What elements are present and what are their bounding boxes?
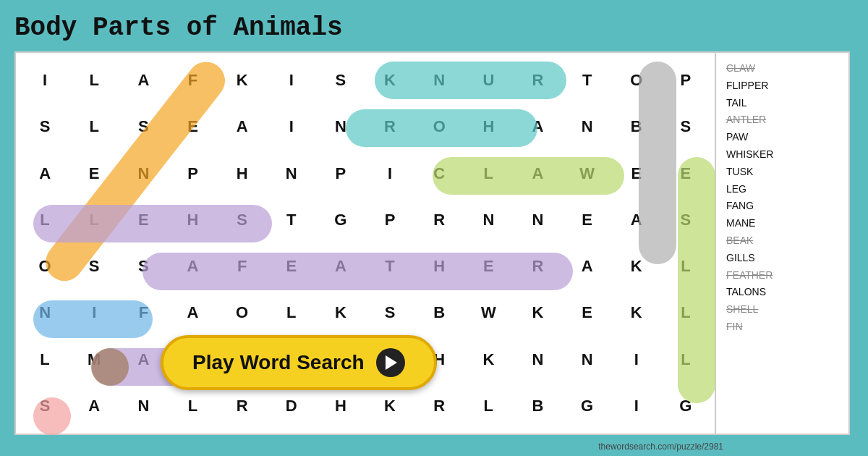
- word-list-item: SHELL: [726, 301, 838, 318]
- grid-cell: S: [218, 197, 267, 243]
- word-list-item: GILLS: [726, 250, 838, 267]
- play-word-search-button[interactable]: Play Word Search: [161, 335, 437, 390]
- grid-cell: L: [267, 290, 316, 336]
- grid-cell: L: [661, 337, 710, 383]
- grid-cell: K: [464, 337, 513, 383]
- grid-cell: H: [464, 104, 513, 150]
- grid-cell: T: [563, 57, 612, 104]
- attribution: thewordsearch.com/puzzle/2981: [598, 442, 723, 452]
- grid-cell: W: [563, 151, 612, 197]
- grid-cell: U: [464, 57, 513, 104]
- grid-cell: O: [414, 104, 464, 150]
- grid-cell: K: [612, 290, 661, 336]
- word-list-item: ANTLER: [726, 111, 838, 129]
- grid-cell: N: [267, 151, 316, 197]
- grid-cell: N: [464, 197, 513, 243]
- play-button-label: Play Word Search: [192, 351, 365, 374]
- grid-cell: L: [69, 57, 119, 104]
- grid-cell: B: [513, 383, 562, 429]
- grid-cell: S: [119, 243, 168, 290]
- grid-cell: N: [513, 337, 562, 383]
- word-list-item: LEG: [726, 181, 838, 198]
- grid-cell: A: [612, 197, 661, 243]
- word-list-item: FANG: [726, 198, 838, 215]
- grid-cell: A: [168, 290, 217, 336]
- grid-cell: P: [168, 151, 217, 197]
- grid-cell: C: [414, 151, 464, 197]
- page-title: Body Parts of Animals: [14, 13, 854, 43]
- grid-cell: I: [612, 337, 661, 383]
- grid-cell: K: [612, 243, 661, 290]
- grid-cell: S: [365, 290, 414, 336]
- grid-cell: L: [661, 290, 710, 336]
- play-button-container[interactable]: Play Word Search: [161, 335, 437, 390]
- grid-cell: N: [20, 290, 69, 336]
- word-list-item: PAW: [726, 129, 838, 146]
- grid-cell: K: [218, 57, 267, 104]
- grid-cell: S: [661, 197, 710, 243]
- word-list-item: BEAK: [726, 232, 838, 250]
- word-list: CLAWFLIPPERTAILANTLERPAWWHISKERTUSKLEGFA…: [716, 51, 850, 435]
- grid-cell: N: [316, 104, 365, 150]
- grid-cell: L: [661, 243, 710, 290]
- grid-cell: K: [365, 57, 414, 104]
- word-list-item: CLAW: [726, 60, 838, 77]
- grid-cell: L: [20, 197, 69, 243]
- grid-cell: A: [513, 151, 562, 197]
- grid-cell: I: [267, 57, 316, 104]
- grid-cell: I: [267, 104, 316, 150]
- grid-cell: F: [119, 290, 168, 336]
- grid-cell: B: [414, 290, 464, 336]
- grid-cell: H: [414, 243, 464, 290]
- grid-cell: T: [267, 197, 316, 243]
- grid-cell: O: [218, 290, 267, 336]
- grid-cell: A: [218, 104, 267, 150]
- grid-cell: G: [563, 383, 612, 429]
- grid-cell: A: [316, 243, 365, 290]
- word-list-item: WHISKER: [726, 146, 838, 164]
- grid-cell: I: [69, 290, 119, 336]
- grid-cell: L: [464, 151, 513, 197]
- grid-cell: M: [69, 337, 119, 383]
- grid-cell: I: [612, 383, 661, 429]
- grid-cell: R: [414, 197, 464, 243]
- word-list-item: FLIPPER: [726, 77, 838, 95]
- grid-cell: L: [464, 383, 513, 429]
- grid-cell: R: [513, 243, 562, 290]
- word-list-item: FIN: [726, 318, 838, 336]
- grid-cell: N: [563, 337, 612, 383]
- grid-cell: E: [267, 243, 316, 290]
- grid-cell: L: [69, 104, 119, 150]
- grid-cell: R: [365, 104, 414, 150]
- grid-cell: E: [464, 243, 513, 290]
- grid-cell: E: [69, 151, 119, 197]
- grid-cell: O: [20, 243, 69, 290]
- word-list-item: TAIL: [726, 95, 838, 112]
- grid-cell: A: [20, 151, 69, 197]
- grid-cell: E: [661, 151, 710, 197]
- grid-cell: H: [168, 197, 217, 243]
- play-icon: [376, 348, 405, 377]
- grid-cell: N: [513, 197, 562, 243]
- grid-cell: E: [168, 104, 217, 150]
- word-list-item: MANE: [726, 215, 838, 232]
- grid-cell: S: [316, 57, 365, 104]
- grid-cell: O: [612, 57, 661, 104]
- grid-cell: E: [612, 151, 661, 197]
- grid-cell: A: [513, 104, 562, 150]
- grid-cell: I: [20, 57, 69, 104]
- grid-cell: S: [69, 243, 119, 290]
- grid-cell: R: [513, 57, 562, 104]
- grid-cell: I: [365, 151, 414, 197]
- grid-cell: B: [612, 104, 661, 150]
- grid-cell: T: [365, 243, 414, 290]
- grid-cell: F: [218, 243, 267, 290]
- grid-cell: K: [513, 290, 562, 336]
- grid-cell: N: [119, 151, 168, 197]
- grid-cell: P: [316, 151, 365, 197]
- grid-cell: A: [168, 243, 217, 290]
- word-list-item: TALONS: [726, 284, 838, 301]
- grid-cell: S: [20, 383, 69, 429]
- grid-cell: E: [563, 290, 612, 336]
- grid-cell: H: [218, 151, 267, 197]
